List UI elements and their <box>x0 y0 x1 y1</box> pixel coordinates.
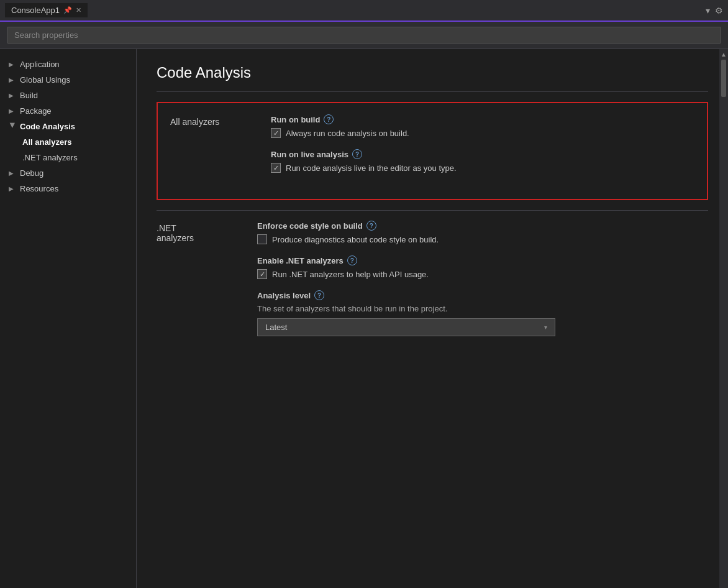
divider-top <box>157 91 708 92</box>
all-analyzers-section-row: All analyzers Run on build ? Always run … <box>170 114 694 173</box>
sidebar-item-resources[interactable]: ▶ Resources <box>0 181 136 196</box>
analysis-level-dropdown[interactable]: Latest ▾ <box>257 318 555 336</box>
sidebar-item-global-usings[interactable]: ▶ Global Usings <box>0 72 136 88</box>
enforce-code-style-checkbox-row: Produce diagnostics about code style on … <box>257 234 708 244</box>
enforce-code-style-label: Enforce code style on build ? <box>257 221 708 231</box>
run-on-build-help-icon[interactable]: ? <box>324 114 334 124</box>
chevron-icon: ▶ <box>9 92 16 99</box>
chevron-icon: ▶ <box>9 61 16 68</box>
sidebar-item-package[interactable]: ▶ Package <box>0 103 136 119</box>
analysis-level-value: Latest <box>265 323 287 332</box>
scrollbar-up-arrow[interactable]: ▲ <box>719 49 728 60</box>
analysis-level-group: Analysis level ? The set of analyzers th… <box>257 290 708 336</box>
analysis-level-description: The set of analyzers that should be run … <box>257 304 708 313</box>
run-on-live-checkbox-row: Run code analysis live in the editor as … <box>271 163 694 173</box>
run-on-build-checkbox[interactable] <box>271 128 281 138</box>
all-analyzers-label: All analyzers <box>170 114 251 173</box>
dropdown-icon[interactable]: ▾ <box>706 6 710 16</box>
sidebar-item-label: All analyzers <box>22 137 72 147</box>
net-analyzers-section: .NET analyzers Enforce code style on bui… <box>157 221 708 336</box>
enforce-code-style-help-icon[interactable]: ? <box>366 221 376 231</box>
chevron-icon: ▶ <box>9 123 16 131</box>
run-on-build-description: Always run code analysis on build. <box>286 129 409 138</box>
run-on-build-label: Run on build ? <box>271 114 694 124</box>
chevron-icon: ▶ <box>9 170 16 177</box>
sidebar: ▶ Application ▶ Global Usings ▶ Build ▶ … <box>0 49 137 588</box>
close-tab-icon[interactable]: ✕ <box>76 6 81 14</box>
sidebar-item-label: Debug <box>20 168 43 178</box>
all-analyzers-box: All analyzers Run on build ? Always run … <box>157 102 708 200</box>
chevron-icon: ▶ <box>9 76 16 83</box>
analysis-level-label: Analysis level ? <box>257 290 708 300</box>
main-layout: ▶ Application ▶ Global Usings ▶ Build ▶ … <box>0 49 728 588</box>
page-title: Code Analysis <box>157 64 708 81</box>
run-on-live-checkbox[interactable] <box>271 163 281 173</box>
sidebar-item-build[interactable]: ▶ Build <box>0 88 136 103</box>
sidebar-item-label: Application <box>20 60 60 69</box>
run-on-live-help-icon[interactable]: ? <box>352 149 362 159</box>
title-bar-actions: ▾ ⚙ <box>706 6 723 16</box>
net-analyzers-section-row: .NET analyzers Enforce code style on bui… <box>157 221 708 336</box>
enable-net-analyzers-description: Run .NET analyzers to help with API usag… <box>272 270 429 279</box>
net-analyzers-label: .NET analyzers <box>157 221 237 336</box>
sidebar-item-label: Code Analysis <box>20 122 75 131</box>
dropdown-arrow-icon: ▾ <box>544 324 547 331</box>
enforce-code-style-group: Enforce code style on build ? Produce di… <box>257 221 708 244</box>
settings-icon[interactable]: ⚙ <box>715 6 723 16</box>
enable-net-analyzers-checkbox[interactable] <box>257 269 267 279</box>
enforce-code-style-description: Produce diagnostics about code style on … <box>272 235 439 244</box>
enable-net-analyzers-help-icon[interactable]: ? <box>347 255 357 265</box>
title-bar: ConsoleApp1 📌 ✕ ▾ ⚙ <box>0 0 728 22</box>
pin-icon[interactable]: 📌 <box>63 6 72 14</box>
sidebar-item-label: .NET analyzers <box>22 153 78 162</box>
search-bar <box>0 22 728 49</box>
tab-title: ConsoleApp1 <box>11 6 60 15</box>
sidebar-item-code-analysis[interactable]: ▶ Code Analysis <box>0 119 136 134</box>
enable-net-analyzers-label: Enable .NET analyzers ? <box>257 255 708 265</box>
sidebar-item-debug[interactable]: ▶ Debug <box>0 165 136 181</box>
all-analyzers-content: Run on build ? Always run code analysis … <box>271 114 694 173</box>
chevron-icon: ▶ <box>9 185 16 192</box>
content-wrapper: Code Analysis All analyzers Run on build… <box>137 49 728 588</box>
enforce-code-style-checkbox[interactable] <box>257 234 267 244</box>
tab-consoleapp1[interactable]: ConsoleApp1 📌 ✕ <box>5 3 88 17</box>
enable-net-analyzers-group: Enable .NET analyzers ? Run .NET analyze… <box>257 255 708 279</box>
run-on-build-checkbox-row: Always run code analysis on build. <box>271 128 694 138</box>
sidebar-item-application[interactable]: ▶ Application <box>0 57 136 72</box>
analysis-level-help-icon[interactable]: ? <box>314 290 324 300</box>
run-on-build-group: Run on build ? Always run code analysis … <box>271 114 694 138</box>
run-on-live-group: Run on live analysis ? Run code analysis… <box>271 149 694 173</box>
net-analyzers-content: Enforce code style on build ? Produce di… <box>257 221 708 336</box>
sidebar-item-label: Resources <box>20 184 58 193</box>
sidebar-item-label: Build <box>20 91 38 100</box>
chevron-icon: ▶ <box>9 108 16 114</box>
sidebar-item-label: Global Usings <box>20 75 70 85</box>
sidebar-item-label: Package <box>20 106 52 116</box>
enable-net-analyzers-checkbox-row: Run .NET analyzers to help with API usag… <box>257 269 708 279</box>
scrollbar-track: ▲ <box>719 49 728 588</box>
sidebar-item-all-analyzers[interactable]: All analyzers <box>0 134 136 150</box>
content-area: Code Analysis All analyzers Run on build… <box>137 49 728 366</box>
scrollbar-thumb[interactable] <box>721 60 726 97</box>
run-on-live-description: Run code analysis live in the editor as … <box>286 163 457 173</box>
sidebar-item-net-analyzers[interactable]: .NET analyzers <box>0 150 136 165</box>
run-on-live-label: Run on live analysis ? <box>271 149 694 159</box>
divider-middle <box>157 210 708 211</box>
search-input[interactable] <box>7 27 721 44</box>
